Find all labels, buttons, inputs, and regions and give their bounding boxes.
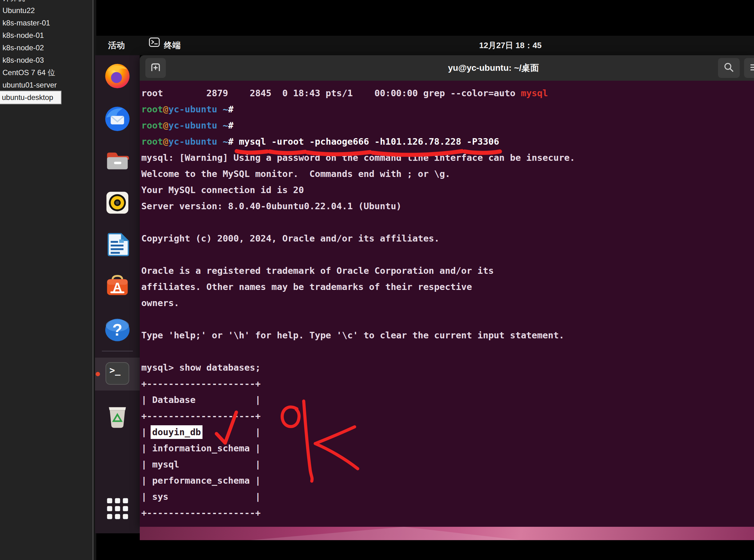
menu-button[interactable]: [744, 58, 754, 78]
terminal-line: +--------------------+: [141, 408, 754, 424]
activities-button[interactable]: 活动: [108, 36, 125, 55]
vm-sidebar[interactable]: 计算机Ubuntu22k8s-master-01k8s-node-01k8s-n…: [0, 0, 93, 560]
terminal-line: root@yc-ubuntu ~#: [141, 117, 754, 134]
terminal-line: +--------------------+: [141, 376, 754, 392]
new-tab-button[interactable]: [145, 58, 166, 78]
search-button[interactable]: [718, 58, 740, 78]
vm-item-k8s-node-01[interactable]: k8s-node-01: [0, 29, 93, 42]
terminal-title-bar[interactable]: yu@yc-ubuntu: ~/桌面: [140, 55, 754, 81]
terminal-line: [141, 246, 754, 263]
terminal-line: [141, 214, 754, 230]
terminal-line: | performance_schema |: [141, 473, 754, 488]
dock-item-trash[interactable]: [95, 401, 140, 434]
terminal-app-icon: >_: [103, 359, 132, 389]
terminal-line: | sys |: [141, 488, 754, 505]
dock-item-rhythmbox[interactable]: [95, 187, 140, 220]
terminal-line: mysql: [Warning] Using a password on the…: [141, 149, 754, 166]
new-tab-icon: [149, 61, 162, 76]
gnome-top-bar: 活动 终端 12月27日 18：45: [96, 36, 754, 55]
vm-item-k8s-node-02[interactable]: k8s-node-02: [0, 42, 93, 54]
terminal-line: Server version: 8.0.40-0ubuntu0.22.04.1 …: [141, 198, 754, 214]
terminal-line: mysql> show databases;: [141, 359, 754, 376]
firefox-icon: [103, 61, 132, 91]
terminal-line: | information_schema |: [141, 440, 754, 456]
dock: A?>_: [95, 55, 140, 533]
terminal-line: | Database |: [141, 392, 754, 408]
search-icon: [722, 61, 735, 75]
vm-item-clipped[interactable]: 计算机: [0, 0, 93, 4]
vm-item-ubuntu01-server[interactable]: ubuntu01-server: [0, 79, 93, 91]
trash-icon: [103, 402, 132, 433]
focused-app-menu[interactable]: 终端: [148, 36, 181, 55]
show-applications-icon: [103, 494, 132, 524]
terminal-line: root 2879 2845 0 18:43 pts/1 00:00:00 gr…: [141, 85, 754, 101]
terminal-line: | mysql |: [141, 456, 754, 473]
dock-item-files[interactable]: [95, 145, 140, 178]
terminal-line: root@yc-ubuntu ~#: [141, 101, 754, 117]
terminal-line: [141, 343, 754, 359]
dock-separator: [102, 351, 133, 352]
terminal-line: Oracle is a registered trademark of Orac…: [141, 263, 754, 279]
terminal-icon: [148, 36, 160, 55]
screen: 计算机Ubuntu22k8s-master-01k8s-node-01k8s-n…: [0, 0, 754, 560]
libreoffice-writer-icon: [103, 230, 132, 260]
dock-item-show-applications[interactable]: [95, 493, 140, 525]
svg-text:?: ?: [113, 321, 122, 339]
thunderbird-icon: [103, 104, 132, 135]
terminal-line: [141, 311, 754, 327]
dock-item-ubuntu-software[interactable]: A: [95, 271, 140, 304]
terminal-output[interactable]: root 2879 2845 0 18:43 pts/1 00:00:00 gr…: [140, 81, 754, 527]
vm-item-centos-7-64-[interactable]: CentOS 7 64 位: [0, 66, 93, 79]
vm-item-ubuntu22[interactable]: Ubuntu22: [0, 4, 93, 17]
ubuntu-desktop: 活动 终端 12月27日 18：45 A?>_ yu@yc-ubuntu: ~/…: [96, 0, 754, 560]
dock-item-libreoffice-writer[interactable]: [95, 229, 140, 262]
wallpaper-facet: [140, 527, 754, 540]
vm-item-k8s-master-01[interactable]: k8s-master-01: [0, 17, 93, 29]
help-icon: ?: [103, 315, 132, 346]
files-icon: [103, 146, 132, 177]
bottom-letterbox: [96, 540, 754, 560]
window-title: yu@yc-ubuntu: ~/桌面: [186, 55, 754, 81]
terminal-line: +--------------------+: [141, 505, 754, 521]
terminal-line: root@yc-ubuntu ~# mysql -uroot -pchaoge6…: [141, 134, 754, 149]
terminal-line: Type 'help;' or '\h' for help. Type '\c'…: [141, 327, 754, 343]
dock-item-firefox[interactable]: [95, 60, 140, 93]
vm-item-ubuntu-desktop[interactable]: ubuntu-desktop: [0, 91, 61, 104]
dock-item-help[interactable]: ?: [95, 314, 140, 347]
focused-app-name: 终端: [164, 36, 181, 55]
terminal-window: yu@yc-ubuntu: ~/桌面 root 2879 2845 0 18:4…: [140, 55, 754, 527]
terminal-line: owners.: [141, 295, 754, 311]
rhythmbox-icon: [103, 188, 132, 219]
ubuntu-software-icon: A: [103, 272, 132, 302]
terminal-line: | douyin_db |: [141, 424, 754, 440]
vm-item-k8s-node-03[interactable]: k8s-node-03: [0, 54, 93, 66]
terminal-line: Your MySQL connection id is 20: [141, 182, 754, 198]
terminal-line: Copyright (c) 2000, 2024, Oracle and/or …: [141, 230, 754, 246]
terminal-line: Welcome to the MySQL monitor. Commands e…: [141, 166, 754, 182]
dock-item-thunderbird[interactable]: [95, 103, 140, 136]
clock[interactable]: 12月27日 18：45: [479, 36, 541, 55]
svg-text:>_: >_: [110, 365, 121, 376]
terminal-line: affiliates. Other names may be trademark…: [141, 279, 754, 295]
hamburger-menu-icon: [749, 61, 754, 75]
desktop-wallpaper: [140, 527, 754, 540]
dock-item-terminal-app[interactable]: >_: [95, 358, 140, 391]
